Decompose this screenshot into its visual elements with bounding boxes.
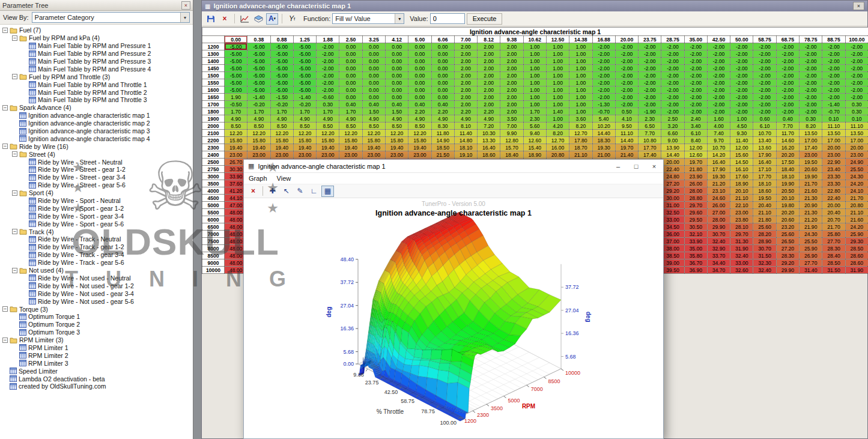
map-cell[interactable]: 2.00 (478, 58, 500, 65)
row-header[interactable]: 1600 (202, 86, 225, 94)
map-cell[interactable]: 1.00 (523, 65, 546, 72)
map-cell[interactable]: 12.20 (362, 130, 385, 137)
map-cell[interactable]: -2.00 (684, 65, 707, 72)
map-cell[interactable]: -2.00 (684, 50, 707, 58)
map-cell[interactable]: -2.00 (639, 50, 661, 58)
map-cell[interactable]: 1.00 (569, 43, 592, 50)
map-cell[interactable]: 23.20 (776, 223, 799, 231)
map-cell[interactable]: -5.00 (293, 58, 316, 65)
map-cell[interactable]: 9.00 (661, 137, 684, 144)
map-cell[interactable]: 21.70 (845, 195, 868, 202)
map-cell[interactable]: 25.60 (753, 223, 776, 231)
map-cell[interactable]: 24.60 (707, 195, 730, 202)
map-cell[interactable]: 1.50 (362, 108, 385, 115)
map-cell[interactable]: 31.00 (661, 202, 684, 209)
map-cell[interactable]: 0.00 (431, 50, 454, 58)
map-cell[interactable]: -2.00 (707, 72, 730, 79)
map-cell[interactable]: 19.90 (800, 173, 822, 180)
map-cell[interactable]: 21.20 (707, 180, 730, 187)
trace-icon[interactable]: ↖ (280, 186, 293, 197)
map-cell[interactable]: -2.00 (661, 101, 684, 108)
map-cell[interactable]: 0.00 (431, 79, 454, 86)
map-cell[interactable]: 8.40 (684, 137, 707, 144)
map-cell[interactable]: -2.00 (684, 43, 707, 50)
map-cell[interactable]: 27.00 (707, 209, 730, 216)
map-cell[interactable]: 0.00 (362, 43, 385, 50)
map-cell[interactable]: 23.90 (684, 173, 707, 180)
map-cell[interactable]: 0.00 (385, 50, 408, 58)
map-cell[interactable]: 21.40 (615, 151, 638, 159)
map-cell[interactable]: -2.00 (639, 86, 661, 94)
tree-item[interactable]: Ride by Wire - Track - gear 5-6 (0, 259, 193, 267)
map-cell[interactable]: 19.40 (317, 144, 339, 151)
map-cell[interactable]: 0.00 (431, 43, 454, 50)
map-cell[interactable]: 13.60 (753, 144, 776, 151)
map-cell[interactable]: 10.20 (592, 123, 615, 130)
map-cell[interactable]: 4.90 (270, 115, 293, 123)
tree-item[interactable]: Ignition advance-angle characteristic ma… (0, 120, 193, 127)
collapse-icon[interactable]: − (12, 74, 17, 79)
collapse-icon[interactable]: − (12, 151, 17, 157)
map-cell[interactable]: -2.00 (730, 94, 753, 101)
col-header[interactable]: 5.00 (408, 36, 431, 43)
map-cell[interactable]: 8.50 (225, 123, 247, 130)
minimize-icon[interactable]: – (609, 160, 627, 172)
map-cell[interactable]: 0.00 (385, 79, 408, 86)
map-cell[interactable]: -2.00 (707, 65, 730, 72)
menu-view[interactable]: View (272, 175, 296, 182)
map-cell[interactable]: -2.00 (639, 72, 661, 79)
row-header[interactable]: 3500 (202, 180, 225, 187)
map-cell[interactable]: 31.40 (800, 267, 822, 274)
map-cell[interactable]: -2.00 (800, 101, 822, 108)
map-cell[interactable]: 8.30 (431, 123, 454, 130)
map-cell[interactable]: 4.90 (408, 115, 431, 123)
pan-icon[interactable]: ✚ (266, 186, 279, 197)
map-cell[interactable]: 0.00 (385, 65, 408, 72)
map-cell[interactable]: 19.40 (362, 144, 385, 151)
map-cell[interactable]: 21.00 (592, 151, 615, 159)
save-icon[interactable] (205, 13, 217, 25)
map-cell[interactable]: 2.30 (523, 115, 546, 123)
map-cell[interactable]: 38.00 (661, 245, 684, 252)
map-cell[interactable]: 39.50 (661, 267, 684, 274)
map-cell[interactable]: 13.50 (800, 130, 822, 137)
map-cell[interactable]: 4.90 (362, 115, 385, 123)
map-cell[interactable]: 21.60 (845, 216, 868, 223)
map-cell[interactable]: 11.10 (822, 123, 845, 130)
map-cell[interactable]: -2.00 (592, 79, 615, 86)
map-cell[interactable]: 11.70 (776, 130, 799, 137)
view-by-select[interactable]: Parameter Category ▾ (32, 12, 190, 23)
map-cell[interactable]: 37.00 (661, 238, 684, 245)
map-cell[interactable]: 27.70 (822, 238, 845, 245)
map-cell[interactable]: 32.30 (753, 259, 776, 267)
map-cell[interactable]: 28.50 (822, 259, 845, 267)
map-cell[interactable]: 25.90 (845, 231, 868, 238)
map-cell[interactable]: -2.00 (661, 65, 684, 72)
row-header[interactable]: 8500 (202, 252, 225, 259)
map-cell[interactable]: -2.00 (800, 58, 822, 65)
map-cell[interactable]: 23.00 (822, 151, 845, 159)
maximize-icon[interactable]: □ (627, 160, 645, 172)
col-header[interactable]: 58.75 (753, 36, 776, 43)
map-cell[interactable]: 33.70 (707, 252, 730, 259)
map-cell[interactable]: 36.70 (684, 259, 707, 267)
tree-item[interactable]: −Not used (4) (0, 267, 193, 274)
map-cell[interactable]: 12.20 (293, 130, 316, 137)
map-cell[interactable]: 17.80 (569, 137, 592, 144)
map-cell[interactable]: 1.00 (569, 58, 592, 65)
collapse-icon[interactable]: − (2, 306, 8, 312)
map-cell[interactable]: 16.40 (707, 159, 730, 166)
map-cell[interactable]: 0.40 (408, 101, 431, 108)
map-cell[interactable]: -1.90 (639, 108, 661, 115)
map-cell[interactable]: -2.00 (753, 108, 776, 115)
map-cell[interactable]: 1.70 (225, 108, 247, 115)
map-cell[interactable]: -2.00 (707, 79, 730, 86)
edit-point-icon[interactable]: ✎ (294, 186, 306, 197)
map-cell[interactable]: 30.70 (753, 245, 776, 252)
col-header[interactable]: 1.25 (293, 36, 316, 43)
map-cell[interactable]: 2.00 (454, 94, 477, 101)
map-cell[interactable]: 32.60 (730, 267, 753, 274)
map-cell[interactable]: -2.00 (615, 43, 638, 50)
tree-item[interactable]: Ride by Wire - Not used - gear 5-6 (0, 297, 193, 305)
map-cell[interactable]: 0.00 (408, 86, 431, 94)
